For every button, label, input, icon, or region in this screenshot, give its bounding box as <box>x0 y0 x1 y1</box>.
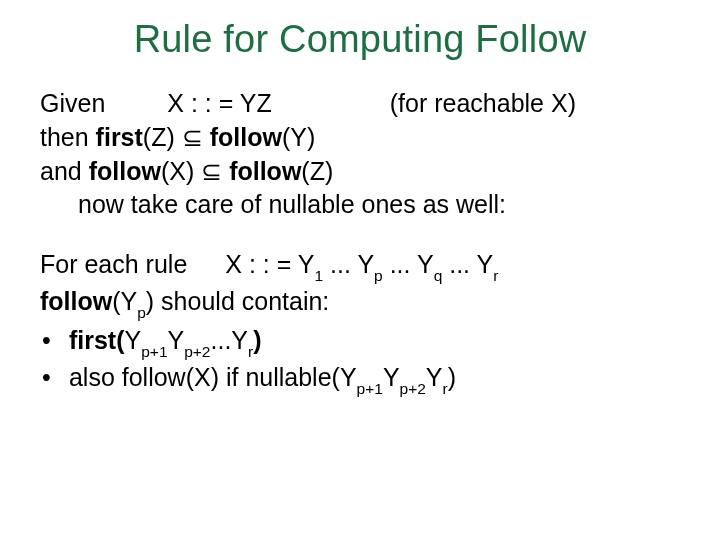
text-followz: follow <box>229 157 301 185</box>
text-given: Given <box>40 89 105 117</box>
subset-icon: ⊆ <box>182 123 210 151</box>
subset-icon: ⊆ <box>201 157 229 185</box>
slide: Rule for Computing Follow GivenX : : = Y… <box>0 0 720 418</box>
line-given: GivenX : : = YZ(for reachable X) <box>40 87 680 121</box>
text-followx-arg: (X) <box>161 157 201 185</box>
bullet-list: first(Yp+1Yp+2...Yr) also follow(X) if n… <box>40 324 680 398</box>
text-followy-arg: (Y) <box>282 123 315 151</box>
text-firstz-arg: (Z) <box>143 123 182 151</box>
slide-title: Rule for Computing Follow <box>40 18 680 61</box>
line-then: then first(Z) ⊆ follow(Y) <box>40 121 680 155</box>
bullet-first: first(Yp+1Yp+2...Yr) <box>40 324 680 361</box>
text-first-close: ) <box>253 326 261 354</box>
text-first-seq: Yp+1Yp+2...Yr <box>125 326 254 354</box>
text-rule-xyz: X : : = YZ <box>167 89 271 117</box>
text-now: now take care of nullable ones as well: <box>78 190 506 218</box>
text-first-expr: first( <box>69 326 125 354</box>
text-foreach: For each rule <box>40 250 187 278</box>
line-foreach: For each ruleX : : = Y1 ... Yp ... Yq ..… <box>40 248 680 285</box>
line-and: and follow(X) ⊆ follow(Z) <box>40 155 680 189</box>
line-followyp: follow(Yp) should contain: <box>40 285 680 322</box>
text-firstz: first <box>96 123 143 151</box>
text-followx: follow <box>89 157 161 185</box>
text-and: and <box>40 157 89 185</box>
bullet-also: also follow(X) if nullable(Yp+1Yp+2Yr) <box>40 361 680 398</box>
line-now: now take care of nullable ones as well: <box>40 188 680 222</box>
text-rule2: X : : = Y1 ... Yp ... Yq ... Yr <box>225 250 498 278</box>
text-then: then <box>40 123 96 151</box>
slide-body: GivenX : : = YZ(for reachable X) then fi… <box>40 87 680 398</box>
text-follow-arg: (Yp) should contain: <box>112 287 329 315</box>
text-follow: follow <box>40 287 112 315</box>
text-followy: follow <box>210 123 282 151</box>
text-followz-arg: (Z) <box>301 157 333 185</box>
text-reachable: (for reachable X) <box>390 89 576 117</box>
text-also: also follow(X) if nullable(Yp+1Yp+2Yr) <box>69 363 456 391</box>
para-foreach: For each ruleX : : = Y1 ... Yp ... Yq ..… <box>40 248 680 398</box>
